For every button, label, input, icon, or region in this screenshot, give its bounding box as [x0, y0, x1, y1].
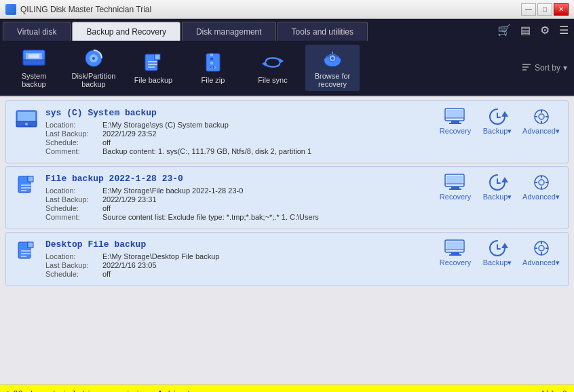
- lastbackup-label-3: Last Backup:: [45, 261, 100, 269]
- backup-location-row-desktop: Location: E:\My Storage\Desktop File bac…: [45, 252, 432, 260]
- backup-info-file-2022: File backup 2022-1-28 23-0 Location: E:\…: [45, 174, 432, 222]
- backup-schedule-desktop: off: [102, 270, 111, 278]
- comment-label: Comment:: [45, 147, 100, 155]
- location-label-2: Location:: [45, 187, 100, 195]
- titlebar-buttons: — □ ✕: [521, 3, 569, 16]
- backup-info-desktop: Desktop File backup Location: E:\My Stor…: [45, 239, 432, 279]
- recovery-button-file-2022[interactable]: Recovery: [438, 174, 472, 201]
- advanced-label-3: Advanced▾: [522, 258, 560, 267]
- backup-schedule-row-sys-c: Schedule: off: [45, 138, 432, 146]
- toolbar-system-backup-label: System backup: [9, 72, 58, 88]
- schedule-label: Schedule:: [45, 138, 100, 146]
- backup-icon-desktop: [14, 239, 39, 264]
- statusbar: i 30 days trial time remaining. Activate…: [0, 385, 574, 392]
- toolbar-file-sync[interactable]: File sync: [246, 49, 300, 87]
- comment-label-2: Comment:: [45, 213, 100, 221]
- backup-lastbackup-row-desktop: Last Backup: 2022/1/16 23:05: [45, 261, 432, 269]
- backup-card-desktop: Desktop File backup Location: E:\My Stor…: [5, 232, 569, 286]
- svg-rect-61: [28, 242, 33, 248]
- tab-virtual-disk[interactable]: Virtual disk: [3, 22, 71, 41]
- svg-point-38: [539, 114, 544, 119]
- recovery-label-2: Recovery: [440, 193, 471, 201]
- svg-marker-18: [280, 58, 284, 64]
- lastbackup-label-2: Last Backup:: [45, 195, 100, 203]
- backup-lastbackup-sys-c: 2022/1/29 23:52: [102, 130, 157, 138]
- toolbar-disk-partition-backup[interactable]: Disk/Partition backup: [66, 45, 121, 91]
- backup-location-row-file-2022: Location: E:\My Storage\File backup 2022…: [45, 187, 432, 195]
- close-button[interactable]: ✕: [554, 3, 569, 16]
- toolbar-file-backup-label: File backup: [134, 76, 172, 84]
- lastbackup-label: Last Backup:: [45, 130, 100, 138]
- toolbar-system-backup[interactable]: System backup: [7, 45, 61, 91]
- advanced-button-file-2022[interactable]: Advanced▾: [522, 174, 560, 201]
- tab-backup-recovery[interactable]: Backup and Recovery: [72, 22, 180, 41]
- toolbar-file-zip-label: File zip: [202, 76, 225, 84]
- toolbar: System backup Disk/Partition backup File…: [0, 41, 574, 96]
- svg-rect-15: [210, 62, 213, 64]
- sort-by-chevron: ▾: [563, 63, 567, 73]
- svg-rect-44: [28, 176, 33, 182]
- backup-actions-sys-c: Recovery Backup▾: [438, 108, 560, 136]
- toolbar-file-backup[interactable]: File backup: [126, 49, 180, 87]
- svg-rect-51: [451, 187, 459, 189]
- backup-icon-file-2022: [14, 174, 39, 198]
- toolbar-browse-for-recovery[interactable]: Browse for recovery: [305, 45, 360, 91]
- backup-location-row-sys-c: Location: E:\My Storage\sys (C) System b…: [45, 121, 432, 129]
- backup-comment-sys-c: Backup content: 1. sys(C:, 111.79 GB, Nt…: [102, 147, 311, 155]
- backup-title-file-2022: File backup 2022-1-28 23-0: [45, 174, 432, 184]
- recovery-button-desktop[interactable]: Recovery: [438, 239, 472, 267]
- backup-icon-system: [14, 108, 39, 132]
- backup-lastbackup-row-sys-c: Last Backup: 2022/1/29 23:52: [45, 130, 432, 138]
- advanced-button-sys-c[interactable]: Advanced▾: [522, 108, 560, 136]
- gear-icon[interactable]: ⚙: [537, 22, 552, 38]
- svg-rect-8: [155, 54, 160, 60]
- maximize-button[interactable]: □: [537, 3, 552, 16]
- tab-tools-utilities[interactable]: Tools and utilities: [278, 22, 368, 41]
- backup-schedule-file-2022: off: [102, 204, 111, 212]
- backup-comment-file-2022: Source content list: Exclude file type: …: [102, 213, 319, 221]
- toolbar-browse-recovery-label: Browse for recovery: [315, 72, 351, 88]
- backup-comment-row-sys-c: Comment: Backup content: 1. sys(C:, 111.…: [45, 147, 432, 155]
- advanced-label-2: Advanced▾: [522, 193, 560, 201]
- svg-rect-69: [449, 254, 461, 256]
- tab-disk-management[interactable]: Disk management: [182, 22, 276, 41]
- recovery-label-sys-c: Recovery: [440, 127, 471, 135]
- backup-button-desktop[interactable]: Backup▾: [480, 239, 514, 267]
- backup-title-sys-c: sys (C) System backup: [45, 108, 432, 118]
- schedule-label-2: Schedule:: [45, 204, 100, 212]
- backup-lastbackup-desktop: 2022/1/16 23:05: [102, 261, 157, 269]
- toolbar-disk-backup-label: Disk/Partition backup: [72, 72, 116, 88]
- tabbar: Virtual disk Backup and Recovery Disk ma…: [0, 19, 574, 41]
- list-icon[interactable]: ▤: [518, 22, 533, 38]
- activate-link[interactable]: Activate now: [157, 390, 216, 393]
- advanced-button-desktop[interactable]: Advanced▾: [522, 239, 560, 267]
- cart-icon[interactable]: 🛒: [495, 22, 514, 38]
- recovery-button-sys-c[interactable]: Recovery: [438, 108, 472, 135]
- sort-by-button[interactable]: Sort by ▾: [521, 63, 567, 73]
- sort-by-label: Sort by: [535, 63, 560, 73]
- toolbar-file-sync-label: File sync: [258, 76, 287, 84]
- backup-schedule-row-desktop: Schedule: off: [45, 270, 432, 278]
- backup-schedule-sys-c: off: [102, 138, 111, 146]
- minimize-button[interactable]: —: [521, 3, 536, 16]
- svg-rect-3: [28, 54, 39, 58]
- backup-location-desktop: E:\My Storage\Desktop File backup: [102, 252, 219, 260]
- backup-lastbackup-file-2022: 2022/1/29 23:31: [102, 195, 157, 203]
- svg-text:ZIP: ZIP: [210, 66, 216, 70]
- app-icon: [5, 4, 16, 15]
- svg-rect-35: [449, 123, 461, 124]
- backup-label-sys-c: Backup▾: [483, 127, 512, 136]
- menu-icon[interactable]: ☰: [556, 22, 571, 38]
- schedule-label-3: Schedule:: [45, 270, 100, 278]
- backup-button-sys-c[interactable]: Backup▾: [480, 108, 514, 136]
- location-label-3: Location:: [45, 252, 100, 260]
- toolbar-file-zip[interactable]: ZIP File zip: [186, 49, 240, 87]
- svg-rect-49: [446, 176, 463, 184]
- app-title: QILING Disk Master Technician Trial: [20, 5, 151, 14]
- backup-location-sys-c: E:\My Storage\sys (C) System backup: [102, 121, 229, 129]
- backup-actions-file-2022: Recovery Backup▾: [438, 174, 560, 201]
- svg-rect-2: [23, 60, 45, 65]
- backup-button-file-2022[interactable]: Backup▾: [480, 174, 514, 201]
- backup-lastbackup-row-file-2022: Last Backup: 2022/1/29 23:31: [45, 195, 432, 203]
- backup-card-file-2022: File backup 2022-1-28 23-0 Location: E:\…: [5, 166, 569, 229]
